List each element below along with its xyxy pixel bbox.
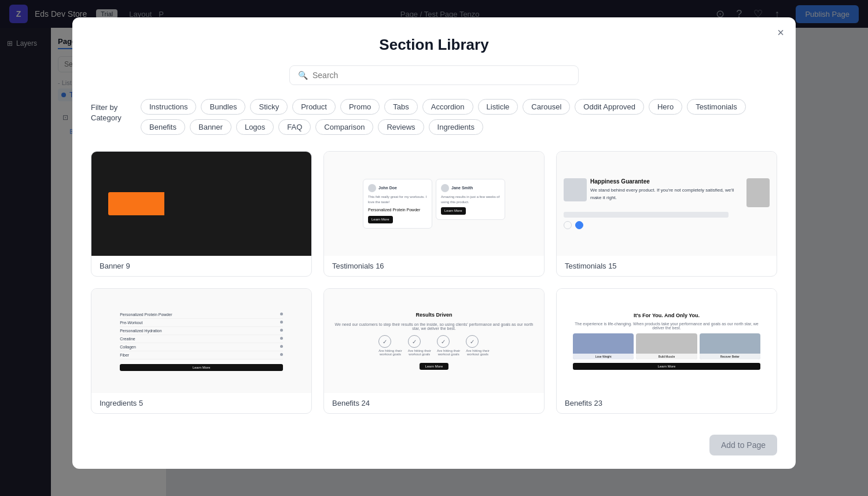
filter-tag-testimonials[interactable]: Testimonials [687,99,746,115]
modal-footer: Add to Page [91,428,777,455]
filter-tag-bundles[interactable]: Bundles [201,99,245,115]
card-label-ingredients-5: Ingredients 5 [91,393,311,413]
filter-area: Filter byCategory InstructionsBundlesSti… [91,99,777,135]
card-thumb-ingredients-5: Personalized Protein Powder Pre-Workout … [91,289,311,393]
filter-tag-oddit-approved[interactable]: Oddit Approved [575,99,644,115]
card-label-testimonials-16: Testimonials 16 [324,256,544,276]
modal-overlay: × Section Library 🔍 Filter byCategory In… [0,0,868,496]
filter-tag-carousel[interactable]: Carousel [523,99,570,115]
filter-label: Filter byCategory [91,99,131,123]
search-bar: 🔍 [289,65,579,85]
filter-tag-benefits[interactable]: Benefits [141,119,185,135]
filter-tag-product[interactable]: Product [292,99,336,115]
section-card-testimonials-16[interactable]: John Doe This felt really great for my w… [323,151,545,277]
card-thumb-banner-9 [91,152,311,256]
filter-tag-faq[interactable]: FAQ [278,119,311,135]
section-card-benefits-23[interactable]: It's For You. And Only You. The experien… [556,288,777,414]
card-thumb-benefits-23: It's For You. And Only You. The experien… [557,289,777,393]
section-grid: Banner 9 John Doe This felt really great… [91,151,777,414]
card-label-testimonials-15: Testimonials 15 [557,256,777,276]
filter-tag-instructions[interactable]: Instructions [141,99,196,115]
filter-tags: InstructionsBundlesStickyProductPromoTab… [141,99,777,135]
card-label-banner-9: Banner 9 [91,256,311,276]
card-thumb-testimonials-15: Happiness Guarantee We stand behind ever… [557,152,777,256]
filter-tag-comparison[interactable]: Comparison [315,119,373,135]
section-card-banner-9[interactable]: Banner 9 [91,151,312,277]
modal-title: Section Library [91,36,777,54]
search-input[interactable] [312,71,570,80]
add-to-page-button[interactable]: Add to Page [709,435,777,455]
card-label-benefits-23: Benefits 23 [557,393,777,413]
card-thumb-benefits-24: Results Driven We need our customers to … [324,289,544,393]
filter-tag-tabs[interactable]: Tabs [384,99,417,115]
filter-tag-logos[interactable]: Logos [236,119,274,135]
filter-tag-hero[interactable]: Hero [649,99,682,115]
filter-tag-reviews[interactable]: Reviews [378,119,424,135]
card-thumb-testimonials-16: John Doe This felt really great for my w… [324,152,544,256]
modal-close-button[interactable]: × [777,27,784,38]
filter-tag-sticky[interactable]: Sticky [250,99,288,115]
search-icon: 🔍 [298,71,308,80]
card-label-benefits-24: Benefits 24 [324,393,544,413]
section-card-ingredients-5[interactable]: Personalized Protein Powder Pre-Workout … [91,288,312,414]
filter-tag-promo[interactable]: Promo [340,99,380,115]
filter-tag-ingredients[interactable]: Ingredients [429,119,483,135]
section-card-testimonials-15[interactable]: Happiness Guarantee We stand behind ever… [556,151,777,277]
filter-tag-accordion[interactable]: Accordion [422,99,473,115]
filter-tag-listicle[interactable]: Listicle [478,99,518,115]
filter-tag-banner[interactable]: Banner [190,119,231,135]
section-library-modal: × Section Library 🔍 Filter byCategory In… [72,17,796,469]
section-card-benefits-24[interactable]: Results Driven We need our customers to … [323,288,545,414]
